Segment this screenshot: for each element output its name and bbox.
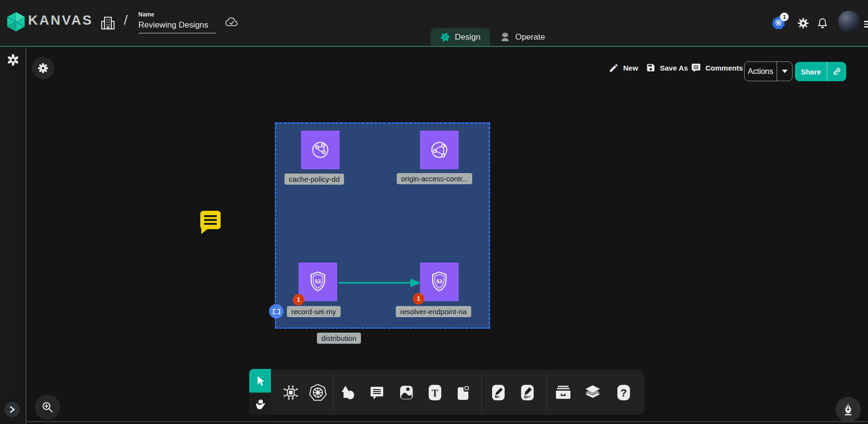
pencil-draw-tool[interactable] <box>519 384 536 401</box>
layers-tool[interactable] <box>584 384 602 401</box>
hamburger-menu-icon[interactable] <box>864 19 868 29</box>
toolbar-separator <box>546 374 547 411</box>
globe-network-icon <box>428 139 450 161</box>
note-icon <box>455 384 471 401</box>
node-issue-badge[interactable]: 1 <box>413 293 424 305</box>
globe-network-icon <box>309 139 331 161</box>
bottom-divider <box>27 421 868 422</box>
text-icon: T <box>427 384 443 401</box>
zoom-in-icon <box>41 401 54 413</box>
pen-nib-icon <box>842 403 854 416</box>
meshery-spinner-icon[interactable] <box>7 54 19 68</box>
group-select-handle[interactable] <box>269 304 284 319</box>
select-cursor-icon <box>255 375 266 387</box>
app-title: KANVAS <box>28 13 93 28</box>
node-label[interactable]: origin-access-contr... <box>397 173 472 184</box>
node-issue-badge[interactable]: 1 <box>293 294 304 306</box>
comments-icon <box>691 63 701 73</box>
comment-tool[interactable] <box>369 384 385 401</box>
node-record-set[interactable]: 53 <box>299 263 337 301</box>
kubernetes-context-button[interactable]: 1 <box>772 15 787 29</box>
tab-operate[interactable]: Operate <box>490 28 554 46</box>
cloud-synced-icon <box>224 16 239 30</box>
sidebar-expand-button[interactable] <box>4 402 20 417</box>
dock-toggle-button[interactable] <box>32 57 54 79</box>
tab-operate-label: Operate <box>515 32 545 42</box>
design-name-label: Name <box>138 11 154 18</box>
comment-icon <box>369 384 385 401</box>
svg-text:53: 53 <box>315 278 321 284</box>
svg-text:T: T <box>432 388 438 398</box>
left-sidebar <box>0 48 26 424</box>
note-tool[interactable] <box>455 384 471 401</box>
user-avatar[interactable] <box>838 11 860 33</box>
save-as-label: Save As <box>660 64 688 72</box>
components-icon <box>282 384 299 401</box>
node-label[interactable]: record-set-my <box>287 306 341 317</box>
save-as-button[interactable]: Save As <box>646 63 688 73</box>
edge-record-to-resolver[interactable] <box>338 277 423 289</box>
image-icon <box>398 384 415 401</box>
breadcrumb-separator: / <box>124 13 128 28</box>
tab-design[interactable]: Design <box>431 28 490 46</box>
pencil-draw-icon <box>519 384 536 401</box>
building-icon[interactable] <box>100 15 116 33</box>
pen-icon <box>490 384 507 401</box>
kubernetes-wheel-icon <box>309 383 327 402</box>
kanvas-app: KANVAS / Name <box>0 0 868 424</box>
actions-label: Actions <box>745 67 777 76</box>
share-button[interactable]: Share <box>795 62 846 81</box>
toolbar-separator <box>481 374 482 411</box>
node-resolver-endpoint[interactable]: 53 <box>420 263 459 301</box>
app-header: KANVAS / Name <box>0 0 868 47</box>
svg-text:53: 53 <box>436 278 442 284</box>
notifications-bell-icon[interactable] <box>817 17 828 31</box>
kanvas-logo-icon[interactable] <box>7 12 25 34</box>
new-label: New <box>623 64 638 72</box>
share-label: Share <box>795 68 827 76</box>
comments-button[interactable]: Comments <box>691 63 743 73</box>
save-icon <box>646 63 656 73</box>
image-tool[interactable] <box>398 384 415 401</box>
comments-label: Comments <box>705 64 743 72</box>
svg-text:?: ? <box>620 387 627 399</box>
actions-dropdown-toggle[interactable] <box>777 62 792 81</box>
caret-down-icon <box>782 70 788 73</box>
new-button[interactable]: New <box>609 63 638 73</box>
pen-tool[interactable] <box>490 384 507 401</box>
design-name-input[interactable] <box>138 19 216 33</box>
freehand-pen-button[interactable] <box>836 397 861 422</box>
select-tool[interactable] <box>249 369 271 393</box>
toolbar-separator <box>333 374 333 411</box>
kubernetes-tool[interactable] <box>309 383 327 402</box>
mode-tabs: Design Operate <box>431 28 554 46</box>
pan-hand-icon <box>255 398 266 410</box>
node-label[interactable]: resolver-endpoint-na <box>396 306 471 317</box>
layers-icon <box>584 384 602 401</box>
help-icon: ? <box>615 384 632 401</box>
node-origin-access[interactable] <box>420 131 459 169</box>
shapes-icon <box>339 384 357 401</box>
design-flower-icon <box>440 32 450 42</box>
drawer-icon <box>554 384 572 401</box>
group-label[interactable]: distribution <box>317 333 361 344</box>
node-label[interactable]: cache-policy-dd <box>284 174 344 185</box>
text-tool[interactable]: T <box>427 384 443 401</box>
kubernetes-badge: 1 <box>780 13 789 21</box>
drawer-tool[interactable] <box>554 384 572 401</box>
operator-headset-icon <box>500 32 510 43</box>
copy-link-button[interactable] <box>827 62 846 81</box>
pan-tool[interactable] <box>249 393 271 415</box>
comment-annotation-pin[interactable] <box>200 211 221 229</box>
settings-gear-icon[interactable] <box>797 17 809 31</box>
components-tool[interactable] <box>282 384 299 401</box>
link-icon <box>832 67 842 76</box>
shapes-tool[interactable] <box>339 384 357 401</box>
shape-toolbar: T <box>271 370 644 415</box>
node-cache-policy[interactable] <box>301 131 340 169</box>
zoom-in-button[interactable] <box>35 395 60 420</box>
pencil-icon <box>609 63 619 73</box>
tab-design-label: Design <box>455 32 480 42</box>
help-tool[interactable]: ? <box>615 384 632 401</box>
actions-button[interactable]: Actions <box>744 61 793 81</box>
